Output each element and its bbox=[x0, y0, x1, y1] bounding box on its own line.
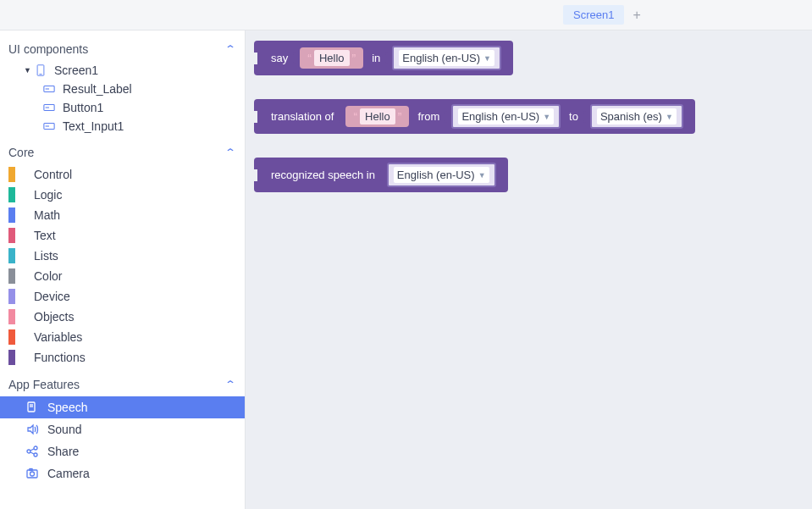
translation-block[interactable]: translation of “ Hello ” from English (e… bbox=[254, 99, 695, 134]
svg-point-12 bbox=[34, 446, 37, 450]
section-title: UI components bbox=[8, 42, 88, 56]
feature-share[interactable]: Share bbox=[0, 440, 245, 462]
core-item-label: Functions bbox=[34, 351, 86, 364]
label-icon bbox=[42, 84, 56, 95]
svg-line-15 bbox=[30, 452, 34, 454]
section-title: App Features bbox=[8, 378, 80, 391]
tree-item-result-label[interactable]: Result_Label bbox=[0, 80, 245, 98]
feature-camera[interactable]: Camera bbox=[0, 462, 245, 484]
tree-caret-icon: ▼ bbox=[24, 66, 34, 75]
feature-label: Sound bbox=[47, 423, 81, 436]
screen-tab[interactable]: Screen1 bbox=[563, 5, 624, 25]
section-title: Core bbox=[8, 146, 34, 159]
chevron-up-icon: ⌃ bbox=[224, 379, 236, 390]
block-label: in bbox=[372, 52, 380, 64]
dropdown-arrow-icon: ▼ bbox=[483, 54, 491, 63]
core-item-label: Lists bbox=[34, 249, 58, 263]
core-item-label: Objects bbox=[34, 310, 74, 324]
core-item-label: Variables bbox=[34, 330, 82, 344]
svg-rect-16 bbox=[27, 470, 37, 478]
core-item-label: Text bbox=[34, 229, 56, 242]
tree-item-button1[interactable]: Button1 bbox=[0, 98, 245, 117]
block-label: to bbox=[569, 110, 578, 123]
svg-point-13 bbox=[34, 453, 37, 456]
tree-label: Screen1 bbox=[54, 64, 98, 77]
tree-item-text-input1[interactable]: Text_Input1 bbox=[0, 117, 245, 136]
feature-speech[interactable]: Speech bbox=[0, 396, 245, 418]
core-item-logic[interactable]: Logic bbox=[0, 185, 245, 205]
share-icon bbox=[25, 444, 41, 459]
color-bar-icon bbox=[8, 187, 15, 202]
from-language-dropdown[interactable]: English (en-US)▼ bbox=[451, 104, 561, 129]
core-item-objects[interactable]: Objects bbox=[0, 307, 245, 327]
core-item-color[interactable]: Color bbox=[0, 266, 245, 286]
feature-sound[interactable]: Sound bbox=[0, 418, 245, 440]
chevron-up-icon: ⌃ bbox=[224, 43, 236, 55]
color-bar-icon bbox=[8, 207, 15, 223]
svg-line-14 bbox=[30, 449, 34, 451]
quote-close-icon: ” bbox=[350, 52, 359, 65]
to-language-dropdown[interactable]: Spanish (es)▼ bbox=[590, 104, 683, 129]
block-label: say bbox=[271, 52, 288, 64]
language-dropdown[interactable]: English (en-US)▼ bbox=[392, 46, 501, 70]
svg-point-17 bbox=[30, 472, 35, 476]
tree-label: Result_Label bbox=[63, 82, 132, 96]
core-item-label: Color bbox=[34, 269, 62, 283]
ui-components-header[interactable]: UI components ⌃ bbox=[0, 37, 245, 61]
block-label: recognized speech in bbox=[271, 169, 375, 181]
color-bar-icon bbox=[8, 289, 15, 304]
core-item-label: Math bbox=[34, 208, 60, 222]
color-bar-icon bbox=[8, 248, 15, 263]
quote-open-icon: “ bbox=[351, 110, 360, 124]
color-bar-icon bbox=[8, 228, 15, 243]
string-socket[interactable]: “ Hello ” bbox=[345, 106, 409, 127]
dropdown-arrow-icon: ▼ bbox=[543, 113, 550, 121]
quote-close-icon: ” bbox=[395, 110, 405, 124]
feature-label: Share bbox=[47, 445, 79, 458]
svg-point-11 bbox=[27, 450, 30, 453]
core-header[interactable]: Core ⌃ bbox=[0, 141, 245, 164]
string-value[interactable]: Hello bbox=[360, 108, 395, 124]
text-input-icon bbox=[42, 121, 56, 132]
color-bar-icon bbox=[8, 350, 15, 365]
add-screen-button[interactable]: + bbox=[632, 8, 640, 23]
button-icon bbox=[42, 102, 56, 113]
core-item-label: Device bbox=[34, 290, 70, 303]
recognized-speech-block[interactable]: recognized speech in English (en-US)▼ bbox=[254, 158, 508, 192]
screen-icon bbox=[34, 65, 47, 76]
tree-label: Text_Input1 bbox=[63, 119, 124, 133]
core-item-functions[interactable]: Functions bbox=[0, 347, 245, 368]
say-block[interactable]: say “ Hello ” in English (en-US)▼ bbox=[254, 41, 513, 75]
core-item-device[interactable]: Device bbox=[0, 286, 245, 307]
color-bar-icon bbox=[8, 309, 15, 324]
app-features-header[interactable]: App Features ⌃ bbox=[0, 373, 245, 396]
color-bar-icon bbox=[8, 268, 15, 284]
string-socket[interactable]: “ Hello ” bbox=[300, 47, 363, 69]
top-tab-bar: Screen1 + bbox=[0, 0, 812, 30]
chevron-up-icon: ⌃ bbox=[224, 147, 236, 158]
core-item-math[interactable]: Math bbox=[0, 205, 245, 225]
language-dropdown[interactable]: English (en-US)▼ bbox=[387, 163, 496, 187]
camera-icon bbox=[25, 466, 41, 481]
core-item-variables[interactable]: Variables bbox=[0, 327, 245, 347]
sidebar: UI components ⌃ ▼ Screen1 Result_Label B… bbox=[0, 30, 246, 509]
block-label: from bbox=[417, 110, 439, 123]
color-bar-icon bbox=[8, 329, 15, 345]
tree-item-screen1[interactable]: ▼ Screen1 bbox=[0, 61, 245, 80]
tree-label: Button1 bbox=[63, 101, 103, 114]
core-item-lists[interactable]: Lists bbox=[0, 246, 245, 266]
block-canvas[interactable]: say “ Hello ” in English (en-US)▼ bbox=[246, 30, 812, 509]
core-item-text[interactable]: Text bbox=[0, 225, 245, 246]
feature-label: Camera bbox=[47, 467, 90, 480]
core-item-label: Control bbox=[34, 168, 72, 181]
core-item-label: Logic bbox=[34, 188, 62, 202]
feature-label: Speech bbox=[47, 401, 87, 414]
core-item-control[interactable]: Control bbox=[0, 164, 245, 185]
dropdown-arrow-icon: ▼ bbox=[666, 113, 673, 121]
dropdown-arrow-icon: ▼ bbox=[478, 171, 486, 180]
string-value[interactable]: Hello bbox=[314, 50, 350, 66]
quote-open-icon: “ bbox=[305, 52, 314, 65]
block-label: translation of bbox=[271, 110, 334, 123]
sound-icon bbox=[25, 422, 41, 437]
speech-icon bbox=[25, 400, 41, 415]
